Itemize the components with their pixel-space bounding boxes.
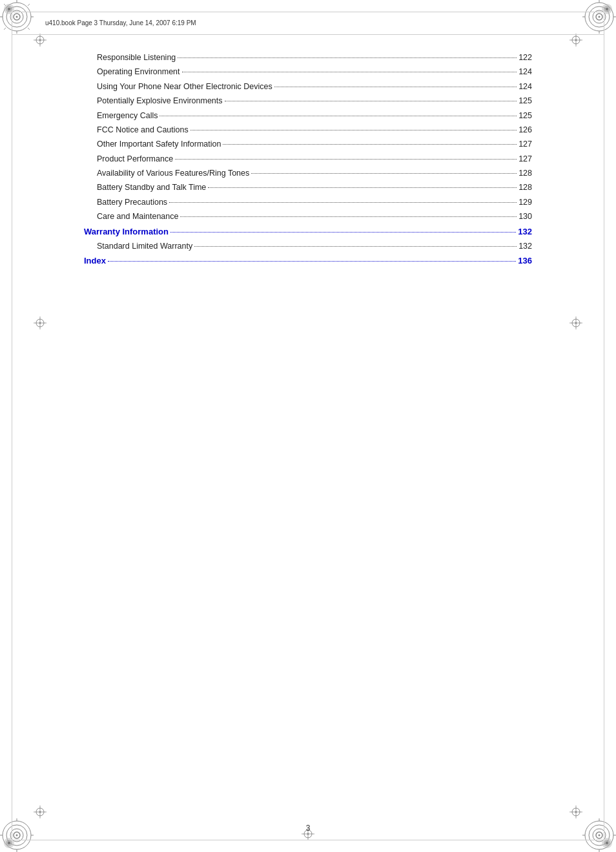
toc-entry-dots <box>108 261 516 262</box>
toc-entry: Index136 <box>84 255 532 267</box>
toc-entry: Potentially Explosive Environments125 <box>84 95 532 107</box>
toc-entry-label: Emergency Calls <box>97 110 158 122</box>
toc-entry-dots <box>170 232 516 233</box>
toc-entry-label: Responsible Listening <box>97 52 176 64</box>
toc-entry-label: Product Performance <box>97 153 173 165</box>
toc-entry-dots <box>274 87 517 87</box>
toc-entry-dots <box>182 72 517 72</box>
toc-entry-dots <box>208 187 517 188</box>
svg-line-11 <box>4 28 6 30</box>
toc-entry-dots <box>194 246 517 247</box>
toc-entry-page: 129 <box>518 196 532 209</box>
toc-entry: Operating Environment124 <box>84 66 532 78</box>
toc-entry-page: 128 <box>518 182 532 194</box>
toc-entry-page: 127 <box>518 138 532 151</box>
toc-entry-label: Operating Environment <box>97 66 180 78</box>
toc-entry: Other Important Safety Information127 <box>84 138 532 151</box>
toc-entry: Standard Limited Warranty132 <box>84 240 532 253</box>
toc-entry-dots <box>175 159 517 160</box>
svg-point-40 <box>8 842 10 844</box>
toc-content: Responsible Listening122Operating Enviro… <box>84 52 532 269</box>
toc-entry-label: Other Important Safety Information <box>97 138 221 151</box>
toc-entry-page: 132 <box>518 225 532 238</box>
toc-entry-label: FCC Notice and Cautions <box>97 124 189 136</box>
toc-entry-label: Battery Precautions <box>97 196 167 209</box>
toc-entry: Warranty Information132 <box>84 225 532 238</box>
toc-entry: Battery Precautions129 <box>84 196 532 209</box>
toc-entry-dots <box>169 202 517 203</box>
toc-entry: Product Performance127 <box>84 153 532 165</box>
toc-entry-dots <box>190 130 517 130</box>
svg-point-52 <box>606 842 608 844</box>
svg-point-28 <box>606 8 608 10</box>
toc-entry: Emergency Calls125 <box>84 110 532 122</box>
toc-entry-page: 128 <box>518 167 532 180</box>
toc-entry-label: Warranty Information <box>84 225 169 238</box>
svg-point-16 <box>8 8 10 10</box>
toc-entry-label: Battery Standby and Talk Time <box>97 182 206 194</box>
toc-entry-dots <box>223 144 517 145</box>
toc-entry-label: Potentially Explosive Environments <box>97 95 223 107</box>
toc-entry-page: 122 <box>518 52 532 64</box>
toc-entry-dots <box>159 116 517 116</box>
toc-entry-label: Availability of Various Features/Ring To… <box>97 167 249 180</box>
toc-entry-label: Care and Maintenance <box>97 211 178 223</box>
svg-line-10 <box>28 4 30 6</box>
toc-entry-page: 130 <box>518 211 532 223</box>
toc-entry-dots <box>225 101 517 101</box>
toc-entry-page: 132 <box>518 240 532 253</box>
toc-entry-dots <box>251 173 517 174</box>
toc-entry-page: 126 <box>518 124 532 136</box>
toc-entry: Care and Maintenance130 <box>84 211 532 223</box>
toc-entry-page: 124 <box>518 81 532 93</box>
toc-entry-page: 127 <box>518 153 532 165</box>
toc-entry-page: 125 <box>518 95 532 107</box>
toc-entry: Responsible Listening122 <box>84 52 532 64</box>
toc-entry-dots <box>180 216 517 217</box>
toc-entry-page: 124 <box>518 66 532 78</box>
header-text: u410.book Page 3 Thursday, June 14, 2007… <box>45 19 196 26</box>
toc-entry: Using Your Phone Near Other Electronic D… <box>84 81 532 93</box>
header-bar: u410.book Page 3 Thursday, June 14, 2007… <box>12 12 604 35</box>
toc-entry: Battery Standby and Talk Time128 <box>84 182 532 194</box>
toc-entry-label: Using Your Phone Near Other Electronic D… <box>97 81 272 93</box>
toc-entry-label: Index <box>84 255 106 267</box>
toc-entry-label: Standard Limited Warranty <box>97 240 192 253</box>
toc-entry-page: 125 <box>518 110 532 122</box>
toc-entry: FCC Notice and Cautions126 <box>84 124 532 136</box>
page-number: 3 <box>306 824 311 833</box>
toc-entry-page: 136 <box>518 255 532 267</box>
toc-entry-dots <box>178 57 517 58</box>
toc-entry: Availability of Various Features/Ring To… <box>84 167 532 180</box>
